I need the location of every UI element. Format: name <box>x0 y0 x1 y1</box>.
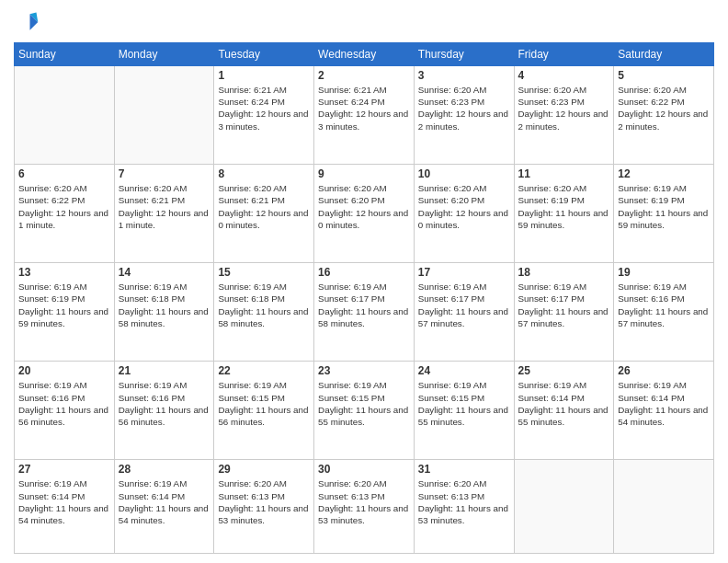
day-info: Sunrise: 6:20 AM Sunset: 6:22 PM Dayligh… <box>618 84 710 132</box>
day-number: 26 <box>618 364 710 377</box>
day-info: Sunrise: 6:20 AM Sunset: 6:23 PM Dayligh… <box>418 84 510 132</box>
calendar-cell: 25Sunrise: 6:19 AM Sunset: 6:14 PM Dayli… <box>514 362 614 460</box>
day-number: 13 <box>18 266 110 279</box>
day-info: Sunrise: 6:19 AM Sunset: 6:14 PM Dayligh… <box>119 477 210 526</box>
day-info: Sunrise: 6:20 AM Sunset: 6:13 PM Dayligh… <box>218 477 310 526</box>
calendar-week-row: 20Sunrise: 6:19 AM Sunset: 6:16 PM Dayli… <box>15 362 714 460</box>
day-number: 23 <box>318 364 410 377</box>
day-number: 1 <box>218 69 310 82</box>
calendar-cell: 17Sunrise: 6:19 AM Sunset: 6:17 PM Dayli… <box>414 263 514 362</box>
day-info: Sunrise: 6:19 AM Sunset: 6:15 PM Dayligh… <box>218 379 310 428</box>
day-info: Sunrise: 6:20 AM Sunset: 6:13 PM Dayligh… <box>318 477 410 526</box>
day-info: Sunrise: 6:20 AM Sunset: 6:20 PM Dayligh… <box>418 182 510 231</box>
calendar-cell: 6Sunrise: 6:20 AM Sunset: 6:22 PM Daylig… <box>15 165 115 263</box>
calendar-cell: 3Sunrise: 6:20 AM Sunset: 6:23 PM Daylig… <box>414 66 514 165</box>
day-number: 3 <box>418 69 510 82</box>
day-number: 24 <box>418 364 510 377</box>
calendar-cell: 22Sunrise: 6:19 AM Sunset: 6:15 PM Dayli… <box>214 362 314 460</box>
logo <box>14 9 43 35</box>
day-info: Sunrise: 6:19 AM Sunset: 6:16 PM Dayligh… <box>618 281 710 329</box>
calendar-cell: 18Sunrise: 6:19 AM Sunset: 6:17 PM Dayli… <box>514 263 614 362</box>
calendar-cell: 29Sunrise: 6:20 AM Sunset: 6:13 PM Dayli… <box>214 460 314 554</box>
calendar-cell: 14Sunrise: 6:19 AM Sunset: 6:18 PM Dayli… <box>114 263 214 362</box>
calendar-cell: 5Sunrise: 6:20 AM Sunset: 6:22 PM Daylig… <box>614 66 714 165</box>
calendar-cell: 31Sunrise: 6:20 AM Sunset: 6:13 PM Dayli… <box>414 460 514 554</box>
day-number: 21 <box>119 364 210 377</box>
weekday-header-wednesday: Wednesday <box>314 43 415 66</box>
day-number: 9 <box>318 167 410 180</box>
calendar-cell: 1Sunrise: 6:21 AM Sunset: 6:24 PM Daylig… <box>214 66 314 165</box>
day-info: Sunrise: 6:19 AM Sunset: 6:17 PM Dayligh… <box>518 281 610 329</box>
calendar-cell: 30Sunrise: 6:20 AM Sunset: 6:13 PM Dayli… <box>314 460 415 554</box>
day-number: 31 <box>418 463 510 476</box>
calendar-cell: 23Sunrise: 6:19 AM Sunset: 6:15 PM Dayli… <box>314 362 415 460</box>
page-header <box>14 9 714 35</box>
calendar-cell: 20Sunrise: 6:19 AM Sunset: 6:16 PM Dayli… <box>15 362 115 460</box>
day-number: 4 <box>518 69 610 82</box>
calendar-cell: 12Sunrise: 6:19 AM Sunset: 6:19 PM Dayli… <box>614 165 714 263</box>
calendar-cell: 21Sunrise: 6:19 AM Sunset: 6:16 PM Dayli… <box>114 362 214 460</box>
day-info: Sunrise: 6:19 AM Sunset: 6:18 PM Dayligh… <box>218 281 310 329</box>
weekday-header-tuesday: Tuesday <box>214 43 314 66</box>
day-info: Sunrise: 6:20 AM Sunset: 6:23 PM Dayligh… <box>518 84 610 132</box>
day-number: 15 <box>218 266 310 279</box>
calendar-cell: 16Sunrise: 6:19 AM Sunset: 6:17 PM Dayli… <box>314 263 415 362</box>
calendar-cell: 7Sunrise: 6:20 AM Sunset: 6:21 PM Daylig… <box>114 165 214 263</box>
day-info: Sunrise: 6:20 AM Sunset: 6:22 PM Dayligh… <box>18 182 110 231</box>
day-info: Sunrise: 6:21 AM Sunset: 6:24 PM Dayligh… <box>218 84 310 132</box>
calendar-cell: 19Sunrise: 6:19 AM Sunset: 6:16 PM Dayli… <box>614 263 714 362</box>
day-info: Sunrise: 6:20 AM Sunset: 6:19 PM Dayligh… <box>518 182 610 231</box>
calendar-cell: 27Sunrise: 6:19 AM Sunset: 6:14 PM Dayli… <box>15 460 115 554</box>
calendar-cell: 10Sunrise: 6:20 AM Sunset: 6:20 PM Dayli… <box>414 165 514 263</box>
day-info: Sunrise: 6:19 AM Sunset: 6:19 PM Dayligh… <box>18 281 110 329</box>
day-info: Sunrise: 6:19 AM Sunset: 6:15 PM Dayligh… <box>418 379 510 428</box>
day-number: 7 <box>119 167 210 180</box>
weekday-header-monday: Monday <box>114 43 214 66</box>
day-number: 17 <box>418 266 510 279</box>
calendar-cell: 9Sunrise: 6:20 AM Sunset: 6:20 PM Daylig… <box>314 165 415 263</box>
calendar-cell: 26Sunrise: 6:19 AM Sunset: 6:14 PM Dayli… <box>614 362 714 460</box>
day-number: 19 <box>618 266 710 279</box>
calendar-table: SundayMondayTuesdayWednesdayThursdayFrid… <box>14 42 714 554</box>
calendar-week-row: 27Sunrise: 6:19 AM Sunset: 6:14 PM Dayli… <box>15 460 714 554</box>
day-number: 20 <box>18 364 110 377</box>
day-info: Sunrise: 6:20 AM Sunset: 6:21 PM Dayligh… <box>218 182 310 231</box>
day-number: 2 <box>318 69 410 82</box>
calendar-cell: 8Sunrise: 6:20 AM Sunset: 6:21 PM Daylig… <box>214 165 314 263</box>
calendar-cell <box>114 66 214 165</box>
day-info: Sunrise: 6:19 AM Sunset: 6:16 PM Dayligh… <box>18 379 110 428</box>
calendar-cell <box>15 66 115 165</box>
calendar-cell <box>614 460 714 554</box>
day-info: Sunrise: 6:19 AM Sunset: 6:14 PM Dayligh… <box>518 379 610 428</box>
weekday-header-friday: Friday <box>514 43 614 66</box>
day-number: 30 <box>318 463 410 476</box>
day-info: Sunrise: 6:19 AM Sunset: 6:15 PM Dayligh… <box>318 379 410 428</box>
day-number: 16 <box>318 266 410 279</box>
day-number: 5 <box>618 69 710 82</box>
day-number: 18 <box>518 266 610 279</box>
calendar-week-row: 1Sunrise: 6:21 AM Sunset: 6:24 PM Daylig… <box>15 66 714 165</box>
day-number: 27 <box>18 463 110 476</box>
day-number: 8 <box>218 167 310 180</box>
calendar-week-row: 13Sunrise: 6:19 AM Sunset: 6:19 PM Dayli… <box>15 263 714 362</box>
day-info: Sunrise: 6:21 AM Sunset: 6:24 PM Dayligh… <box>318 84 410 132</box>
day-number: 14 <box>119 266 210 279</box>
day-info: Sunrise: 6:19 AM Sunset: 6:17 PM Dayligh… <box>418 281 510 329</box>
calendar-cell: 15Sunrise: 6:19 AM Sunset: 6:18 PM Dayli… <box>214 263 314 362</box>
calendar-cell: 2Sunrise: 6:21 AM Sunset: 6:24 PM Daylig… <box>314 66 415 165</box>
day-info: Sunrise: 6:19 AM Sunset: 6:18 PM Dayligh… <box>119 281 210 329</box>
logo-icon <box>14 9 40 35</box>
day-info: Sunrise: 6:20 AM Sunset: 6:21 PM Dayligh… <box>119 182 210 231</box>
calendar-cell: 24Sunrise: 6:19 AM Sunset: 6:15 PM Dayli… <box>414 362 514 460</box>
day-number: 6 <box>18 167 110 180</box>
day-number: 29 <box>218 463 310 476</box>
calendar-cell: 4Sunrise: 6:20 AM Sunset: 6:23 PM Daylig… <box>514 66 614 165</box>
calendar-cell <box>514 460 614 554</box>
day-info: Sunrise: 6:19 AM Sunset: 6:17 PM Dayligh… <box>318 281 410 329</box>
day-info: Sunrise: 6:19 AM Sunset: 6:16 PM Dayligh… <box>119 379 210 428</box>
day-info: Sunrise: 6:19 AM Sunset: 6:14 PM Dayligh… <box>618 379 710 428</box>
day-info: Sunrise: 6:19 AM Sunset: 6:19 PM Dayligh… <box>618 182 710 231</box>
day-info: Sunrise: 6:20 AM Sunset: 6:13 PM Dayligh… <box>418 477 510 526</box>
calendar-week-row: 6Sunrise: 6:20 AM Sunset: 6:22 PM Daylig… <box>15 165 714 263</box>
day-info: Sunrise: 6:19 AM Sunset: 6:14 PM Dayligh… <box>18 477 110 526</box>
